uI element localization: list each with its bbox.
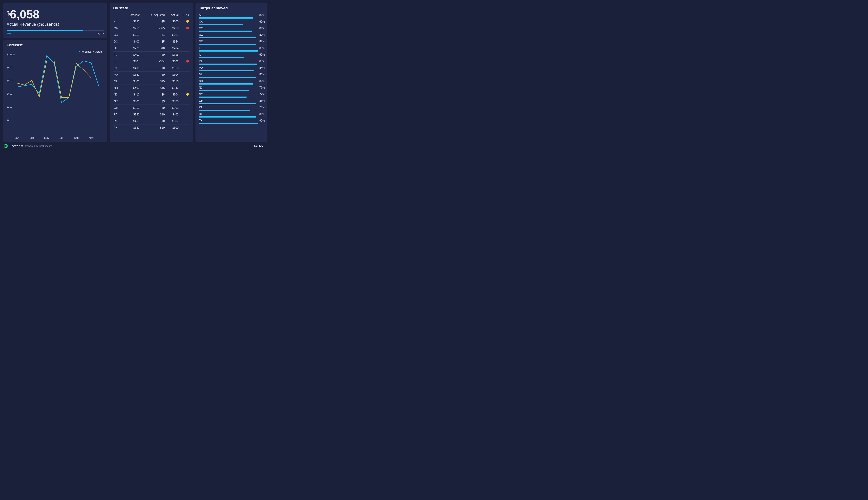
table-row: OH$350$0$302 (113, 105, 190, 111)
cell-adjusted: $20 (140, 124, 165, 131)
target-bar (199, 24, 265, 25)
cell-state: IL (113, 58, 122, 65)
target-pct: 82% (259, 13, 265, 17)
cell-risk (179, 32, 190, 38)
target-state: AL (199, 13, 203, 17)
table-row: TX$650$20$600 (113, 124, 190, 131)
risk-yellow-icon (186, 20, 189, 23)
target-bar-fill (199, 83, 253, 84)
cell-state: TX (113, 124, 122, 131)
cell-state: MI (113, 78, 122, 85)
target-bar-fill (199, 37, 256, 38)
risk-red-icon (186, 27, 189, 29)
kpi-label: Actual Revenue (thousands) (7, 22, 104, 27)
cell-forecast: $250 (122, 18, 140, 25)
cell-state: RI (113, 118, 122, 124)
cell-actual: $600 (165, 124, 179, 131)
kpi-number: 6,058 (10, 8, 39, 21)
target-bar (199, 96, 265, 98)
table-row: RI$450$0$387 (113, 118, 190, 124)
cell-actual: $200 (165, 18, 179, 25)
cell-adjusted: -$75 (140, 25, 165, 32)
table-header: Risk (179, 12, 190, 18)
cell-adjusted: $4 (140, 32, 165, 38)
forecast-card: Forecast Forecast Actual $0$200$400$600$… (3, 40, 107, 142)
cell-actual: $302 (165, 58, 179, 65)
cell-risk (179, 25, 190, 32)
target-bar (199, 110, 265, 111)
by-state-table: ForecastQ3 AdjustedActualRisk AL$250-$5$… (113, 12, 190, 131)
target-row: MI86% (199, 73, 265, 78)
cell-forecast: $400 (122, 38, 140, 45)
footer-brand: Forecast (10, 144, 23, 148)
target-row: NJ76% (199, 86, 265, 91)
target-row: RI86% (199, 113, 265, 117)
target-state: IL (199, 53, 201, 56)
cell-forecast: $400 (122, 85, 140, 91)
cell-actual: $356 (165, 52, 179, 58)
cell-state: IN (113, 65, 122, 71)
cell-forecast: $504 (122, 58, 140, 65)
kpi-value: $6,058 (7, 8, 104, 20)
target-bar-fill (199, 64, 257, 65)
cell-adjusted: $0 (140, 105, 165, 111)
target-bar-fill (199, 90, 249, 91)
cell-actual: $342 (165, 85, 179, 91)
target-bar-fill (199, 44, 256, 45)
target-row: MA84% (199, 66, 265, 71)
cell-forecast: $650 (122, 124, 140, 131)
target-bar-fill (199, 116, 256, 117)
target-pct: 87% (259, 40, 265, 43)
target-pct: 67% (259, 20, 265, 23)
cell-adjusted: $0 (140, 71, 165, 78)
cell-actual: $450 (165, 25, 179, 32)
cell-actual: $350 (165, 65, 179, 71)
cell-forecast: $580 (122, 111, 140, 118)
cell-risk (179, 52, 190, 58)
target-state: IN (199, 60, 202, 63)
target-bar-fill (199, 110, 250, 111)
cell-risk (179, 105, 190, 111)
cell-risk (179, 91, 190, 98)
kpi-card: $6,058 Actual Revenue (thousands) 79% $7… (3, 3, 107, 38)
cell-actual: $387 (165, 118, 179, 124)
target-pct: 86% (259, 99, 265, 102)
target-pct: 76% (259, 86, 265, 89)
target-bar (199, 37, 265, 38)
target-pct: 78% (259, 106, 265, 109)
table-row: PA$580$10$462 (113, 111, 190, 118)
cell-forecast: $450 (122, 118, 140, 124)
target-bar-fill (199, 50, 258, 52)
target-state: DC (199, 33, 203, 36)
cell-risk (179, 111, 190, 118)
forecast-chart: Forecast Actual $0$200$400$600$800$1,000… (7, 50, 104, 139)
logo-icon (4, 144, 8, 148)
cell-risk (179, 18, 190, 25)
target-pct: 69% (259, 53, 265, 56)
by-state-card: By state ForecastQ3 AdjustedActualRisk A… (110, 3, 193, 142)
cell-risk (179, 118, 190, 124)
cell-state: NY (113, 98, 122, 105)
x-tick: Sep (74, 136, 79, 139)
risk-yellow-icon (186, 93, 189, 96)
target-bar (199, 64, 265, 65)
table-row: IL$504-$64$302 (113, 58, 190, 65)
cell-risk (179, 38, 190, 45)
target-pct: 72% (259, 93, 265, 96)
target-bar (199, 44, 265, 45)
target-card: Target achieved AL82%CA67%CO81%DC87%DE87… (195, 3, 267, 142)
cell-risk (179, 85, 190, 91)
target-state: DE (199, 40, 203, 43)
target-state: NY (199, 93, 203, 96)
target-state: NJ (199, 86, 203, 89)
target-row: PA78% (199, 106, 265, 111)
kpi-prefix: $ (7, 10, 10, 16)
table-header (113, 12, 122, 18)
target-bar-fill (199, 123, 258, 124)
target-state: NH (199, 80, 203, 83)
table-row: FL$400$0$356 (113, 52, 190, 58)
cell-risk (179, 78, 190, 85)
cell-forecast: $225 (122, 45, 140, 52)
target-bar-fill (199, 96, 247, 98)
cell-actual: $304 (165, 71, 179, 78)
